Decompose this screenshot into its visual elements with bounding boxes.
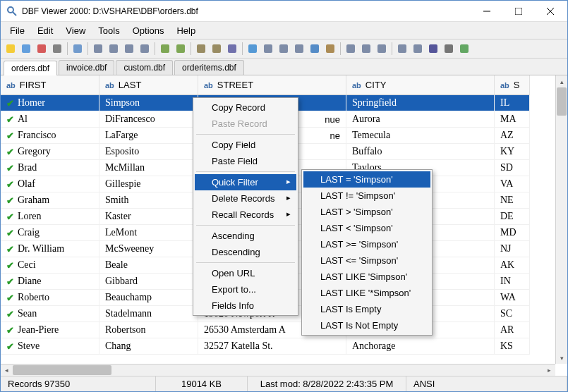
tab-invoice-dbf[interactable]: invoice.dbf — [59, 60, 114, 75]
toolbar-linked-icon[interactable] — [359, 42, 373, 56]
ctx-last-simpson-[interactable]: LAST >= 'Simpson' — [303, 236, 430, 252]
ctx-descending[interactable]: Descending — [195, 244, 296, 260]
cell[interactable]: Chang — [99, 338, 198, 355]
toolbar-redo-icon[interactable] — [174, 42, 188, 56]
ctx-ascending[interactable]: Ascending — [195, 228, 296, 244]
ctx-last-simpson-[interactable]: LAST < 'Simpson' — [303, 220, 430, 236]
cell[interactable]: NE — [495, 192, 530, 209]
toolbar-refresh-icon[interactable] — [457, 42, 471, 56]
ctx-fields-info[interactable]: Fields Info — [195, 298, 296, 314]
cell[interactable]: ✔Olaf — [1, 176, 99, 192]
toolbar-copy-icon[interactable] — [194, 42, 208, 56]
column-header-city[interactable]: abCITY — [346, 75, 495, 95]
toolbar-txt-icon[interactable] — [344, 42, 358, 56]
cell[interactable]: AK — [495, 257, 530, 274]
tab-custom-dbf[interactable]: custom.dbf — [116, 60, 173, 75]
toolbar-paste-icon[interactable] — [210, 42, 224, 56]
toolbar-font-icon[interactable] — [426, 42, 440, 56]
ctx-delete-records[interactable]: Delete Records — [195, 190, 296, 207]
cell[interactable]: ✔Craig — [1, 225, 99, 241]
scroll-left-button[interactable]: ◂ — [1, 365, 13, 376]
cell[interactable]: SD — [495, 160, 530, 176]
cell[interactable]: Springfield — [346, 95, 495, 111]
menu-edit[interactable]: Edit — [31, 24, 59, 37]
cell[interactable]: IN — [495, 274, 530, 290]
ctx-last-simpson-[interactable]: LAST > 'Simpson' — [303, 204, 430, 220]
column-header-last[interactable]: abLAST — [99, 75, 198, 95]
scroll-thumb-h[interactable] — [13, 365, 111, 375]
toolbar-view2-icon[interactable] — [107, 42, 121, 56]
cell[interactable]: MD — [495, 225, 530, 241]
cell[interactable]: ✔Gregory — [1, 144, 99, 160]
cell[interactable]: Aurora — [346, 111, 495, 128]
cell[interactable]: ✔Sean — [1, 306, 99, 322]
cell[interactable]: Beale — [99, 257, 198, 274]
toolbar-col-icon[interactable] — [292, 42, 306, 56]
toolbar-print-icon[interactable] — [50, 42, 64, 56]
ctx-open-url[interactable]: Open URL — [195, 265, 296, 281]
menu-tools[interactable]: Tools — [92, 24, 126, 37]
cell[interactable]: Gibbard — [99, 274, 198, 290]
tab-orders-dbf[interactable]: orders.dbf — [4, 61, 57, 75]
column-header-street[interactable]: abSTREET — [198, 75, 346, 95]
quickfilter-submenu[interactable]: LAST = 'Simpson'LAST != 'Simpson'LAST > … — [301, 169, 433, 336]
cell[interactable]: LaFarge — [99, 128, 198, 144]
cell[interactable]: Anchorage — [346, 338, 495, 355]
ctx-last-simpson-[interactable]: LAST <= 'Simpson' — [303, 252, 430, 269]
ctx-export-to-[interactable]: Export to... — [195, 281, 296, 298]
cell[interactable]: IL — [495, 95, 530, 111]
context-menu[interactable]: Copy RecordPaste RecordCopy FieldPaste F… — [193, 97, 298, 316]
menu-options[interactable]: Options — [126, 24, 171, 37]
cell[interactable]: SC — [495, 306, 530, 322]
ctx-last-is-not-empty[interactable]: LAST Is Not Empty — [303, 317, 430, 333]
cell[interactable]: VA — [495, 176, 530, 192]
cell[interactable]: AZ — [495, 128, 530, 144]
cell[interactable]: DE — [495, 209, 530, 225]
ctx-copy-field[interactable]: Copy Field — [195, 137, 296, 153]
vertical-scrollbar[interactable]: ▴ ▾ — [555, 75, 567, 364]
cell[interactable]: Temecula — [346, 128, 495, 144]
menu-help[interactable]: Help — [170, 24, 202, 37]
toolbar-undo-icon[interactable] — [158, 42, 172, 56]
cell[interactable]: NJ — [495, 241, 530, 257]
cell[interactable]: AR — [495, 322, 530, 338]
close-button[interactable] — [534, 1, 566, 21]
cell[interactable]: MA — [495, 111, 530, 128]
ctx-recall-records[interactable]: Recall Records — [195, 207, 296, 223]
cell[interactable]: ✔Ceci — [1, 257, 99, 274]
ctx-last-is-empty[interactable]: LAST Is Empty — [303, 301, 430, 317]
scroll-up-button[interactable]: ▴ — [556, 75, 567, 87]
cell[interactable]: ✔Dr. William — [1, 241, 99, 257]
column-header-s[interactable]: abS — [495, 75, 530, 95]
cell[interactable]: Gillespie — [99, 176, 198, 192]
cell[interactable]: ✔Steve — [1, 338, 99, 355]
cell[interactable]: ✔Diane — [1, 274, 99, 290]
menu-view[interactable]: View — [59, 24, 92, 37]
toolbar-find-icon[interactable] — [71, 42, 85, 56]
cell[interactable]: Stadelmann — [99, 306, 198, 322]
cell[interactable]: McMillan — [99, 160, 198, 176]
cell[interactable]: Smith — [99, 192, 198, 209]
cell[interactable]: Kaster — [99, 209, 198, 225]
cell[interactable]: ✔Jean-Piere — [1, 322, 99, 338]
scroll-right-button[interactable]: ▸ — [543, 365, 555, 376]
cell[interactable]: KY — [495, 144, 530, 160]
ctx-paste-field[interactable]: Paste Field — [195, 153, 296, 169]
cell[interactable]: ✔Francisco — [1, 128, 99, 144]
toolbar-open-icon[interactable] — [19, 42, 33, 56]
cell[interactable]: KS — [495, 338, 530, 355]
cell[interactable]: ✔Brad — [1, 160, 99, 176]
cell[interactable]: 32527 Katella St. — [198, 338, 346, 355]
toolbar-filter1-icon[interactable] — [261, 42, 275, 56]
scroll-thumb-v[interactable] — [557, 87, 567, 116]
ctx-last-simpson-[interactable]: LAST = 'Simpson' — [303, 171, 430, 188]
cell[interactable]: ✔Roberto — [1, 290, 99, 306]
cell[interactable]: LeMont — [99, 225, 198, 241]
toolbar-sort-icon[interactable] — [225, 42, 239, 56]
ctx-copy-record[interactable]: Copy Record — [195, 99, 296, 116]
toolbar-fx-icon[interactable] — [375, 42, 389, 56]
maximize-button[interactable] — [502, 1, 534, 21]
cell[interactable]: Buffalo — [346, 144, 495, 160]
toolbar-sum-icon[interactable] — [308, 42, 322, 56]
column-header-first[interactable]: abFIRST — [1, 75, 99, 95]
